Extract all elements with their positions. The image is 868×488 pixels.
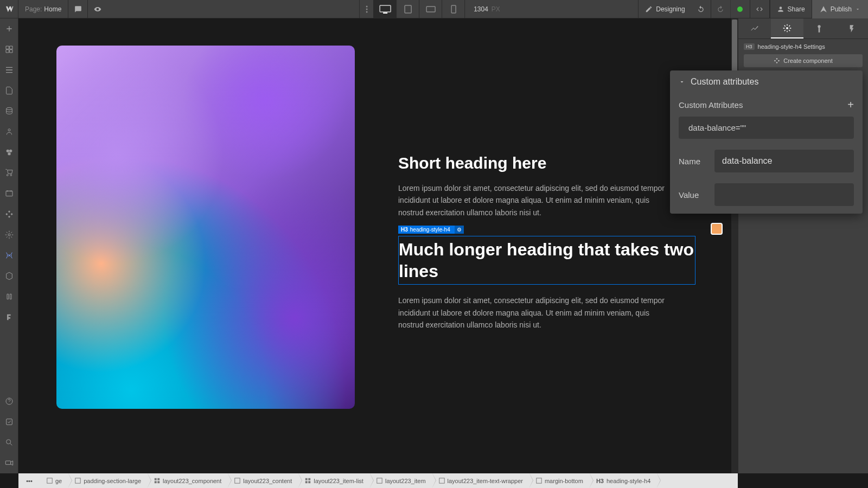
add-attribute-button[interactable]: +	[847, 99, 854, 111]
tutorial-button[interactable]	[0, 453, 18, 473]
svg-point-0	[366, 5, 367, 7]
svg-point-9	[8, 129, 10, 131]
selection-label[interactable]: H3 heading-style-h4 ⚙	[398, 226, 464, 234]
breadcrumb-item[interactable]: layout223_item-text-wrapper	[432, 473, 529, 488]
variables-button[interactable]	[0, 245, 18, 266]
viewport-size[interactable]: 1304 PX	[464, 0, 509, 18]
share-button[interactable]: Share	[770, 0, 812, 18]
export-code-button[interactable]	[750, 0, 770, 18]
breadcrumb-item[interactable]: padding-section-large	[68, 473, 148, 488]
svg-point-2	[366, 11, 367, 12]
attr-name-label: Name	[679, 157, 707, 166]
attribute-item[interactable]: data-balance=""	[679, 117, 854, 139]
navigator-button[interactable]	[0, 60, 18, 80]
svg-rect-13	[6, 191, 12, 196]
attr-value-label: Value	[679, 190, 707, 200]
svg-rect-26	[235, 478, 240, 483]
assets-button[interactable]	[0, 183, 18, 204]
svg-rect-21	[75, 478, 80, 483]
redo-button[interactable]	[711, 0, 731, 18]
help-button[interactable]	[0, 391, 18, 412]
svg-point-12	[8, 152, 10, 155]
comments-button[interactable]	[68, 0, 88, 18]
search-button[interactable]	[0, 432, 18, 453]
svg-rect-28	[309, 478, 311, 480]
breadcrumb: ••• gepadding-section-largelayout223_com…	[18, 473, 738, 488]
breadcrumb-item[interactable]: layout223_item-list	[298, 473, 370, 488]
svg-rect-3	[380, 5, 391, 12]
page-selector[interactable]: Page: Home	[18, 0, 68, 18]
svg-point-19	[786, 27, 788, 29]
attr-name-input[interactable]	[714, 150, 854, 172]
breakpoint-more[interactable]	[359, 0, 373, 18]
style-manager-tab[interactable]	[803, 18, 836, 38]
svg-rect-22	[155, 478, 157, 480]
settings-button[interactable]	[0, 224, 18, 245]
publish-button[interactable]: Publish	[812, 0, 868, 18]
paragraph-2[interactable]: Lorem ipsum dolor sit amet, consectetur …	[398, 294, 669, 331]
gear-icon[interactable]: ⚙	[455, 226, 464, 234]
svg-rect-25	[157, 481, 159, 483]
webflow-logo[interactable]	[0, 0, 18, 18]
finsweet-button[interactable]	[0, 307, 18, 328]
breakpoint-tablet[interactable]	[396, 0, 419, 18]
preview-button[interactable]	[88, 0, 107, 18]
svg-rect-31	[377, 478, 382, 483]
style-tab[interactable]	[738, 18, 771, 38]
chevron-down-icon	[679, 79, 685, 85]
svg-point-11	[9, 150, 12, 152]
users-button[interactable]	[0, 121, 18, 142]
svg-rect-16	[7, 419, 12, 425]
svg-rect-4	[383, 12, 387, 14]
heading-short[interactable]: Short heading here	[398, 154, 700, 172]
pages-button[interactable]	[0, 39, 18, 60]
svg-point-17	[7, 440, 11, 444]
components-button[interactable]	[0, 266, 18, 286]
svg-rect-6	[426, 7, 435, 12]
breakpoint-mobile-landscape[interactable]	[419, 0, 442, 18]
audit-button[interactable]	[0, 412, 18, 432]
canvas[interactable]: Short heading here Lorem ipsum dolor sit…	[18, 18, 738, 473]
svg-point-14	[8, 234, 10, 236]
designing-mode[interactable]: Designing	[638, 0, 691, 18]
paragraph-1[interactable]: Lorem ipsum dolor sit amet, consectetur …	[398, 182, 669, 219]
pages-panel-button[interactable]	[0, 80, 18, 101]
selected-element[interactable]: Much longer heading that takes two lines	[398, 236, 695, 285]
settings-tab[interactable]	[771, 18, 803, 38]
styles-button[interactable]	[0, 286, 18, 307]
svg-rect-23	[157, 478, 159, 480]
panel-element-header: H3 heading-style-h4 Settings	[744, 43, 863, 50]
hero-image[interactable]	[56, 46, 355, 409]
breakpoint-desktop[interactable]	[373, 0, 396, 18]
custom-attributes-label: Custom Attributes	[679, 100, 743, 110]
create-component-button[interactable]: Create component	[744, 54, 863, 67]
apps-button[interactable]	[0, 204, 18, 224]
breadcrumb-item[interactable]: layout223_component	[148, 473, 228, 488]
breadcrumb-item[interactable]: H3heading-style-h4	[590, 473, 657, 488]
breakpoint-mobile[interactable]	[442, 0, 464, 18]
breadcrumb-overflow[interactable]: •••	[18, 478, 40, 484]
breadcrumb-item[interactable]: ge	[40, 473, 68, 488]
status-indicator[interactable]	[731, 0, 750, 18]
svg-rect-33	[537, 478, 541, 483]
breadcrumb-item[interactable]: layout223_content	[228, 473, 298, 488]
cms-button[interactable]	[0, 101, 18, 121]
popover-header[interactable]: Custom attributes	[670, 70, 863, 93]
svg-rect-18	[5, 461, 10, 465]
breadcrumb-item[interactable]: margin-bottom	[529, 473, 590, 488]
svg-rect-30	[309, 481, 311, 483]
svg-rect-27	[305, 478, 308, 480]
interactions-tab[interactable]	[835, 18, 868, 38]
top-bar: Page: Home 1304 PX Designing	[0, 0, 868, 18]
svg-rect-5	[405, 5, 411, 13]
collaborator-avatar[interactable]	[711, 223, 723, 235]
breadcrumb-item[interactable]: layout223_item	[370, 473, 432, 488]
heading-long[interactable]: Much longer heading that takes two lines	[399, 239, 695, 282]
svg-point-10	[7, 150, 9, 152]
svg-rect-24	[155, 481, 157, 483]
add-element-button[interactable]	[0, 18, 18, 39]
ecommerce-button[interactable]	[0, 163, 18, 183]
attr-value-input[interactable]	[714, 183, 854, 206]
undo-button[interactable]	[692, 0, 711, 18]
logic-button[interactable]	[0, 142, 18, 163]
